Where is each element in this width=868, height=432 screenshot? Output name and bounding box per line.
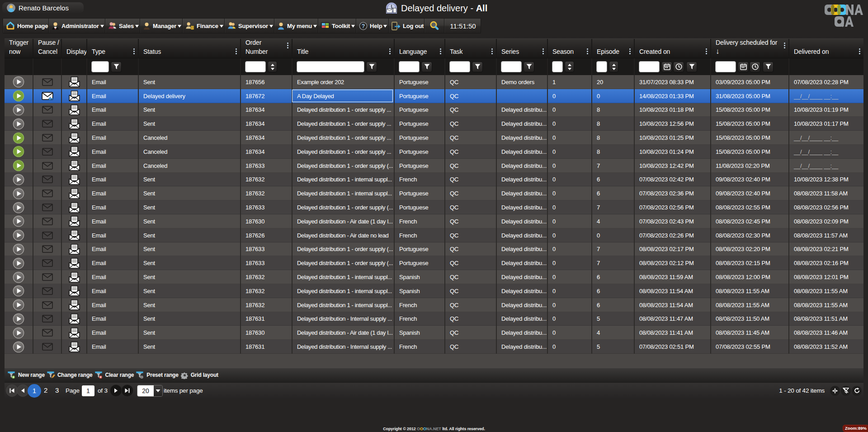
svg-text:?: ?	[362, 23, 365, 29]
